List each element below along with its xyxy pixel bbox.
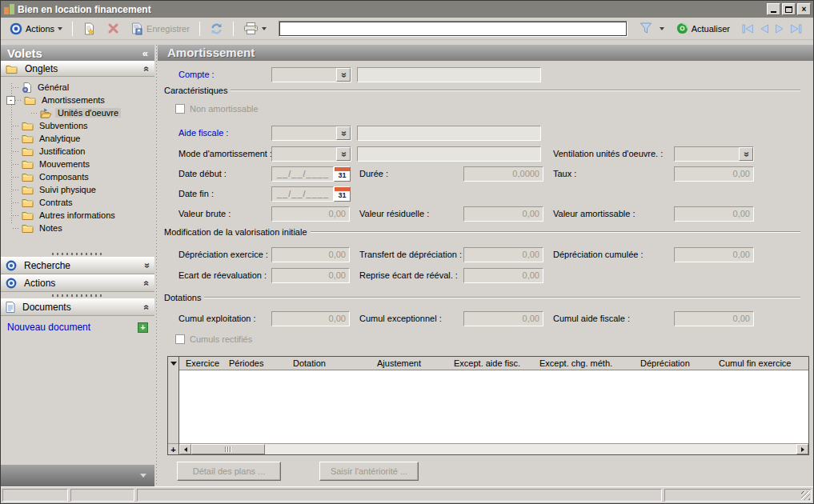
scrollbar-thumb[interactable] [191, 444, 265, 454]
table-corner-dropdown[interactable] [168, 357, 178, 370]
collapse-section-icon[interactable]: « [142, 281, 153, 286]
scroll-left-button[interactable] [179, 444, 191, 454]
tree-item-contrats[interactable]: Contrats [2, 196, 153, 209]
resize-grip-icon[interactable] [801, 491, 810, 500]
delete-record-button[interactable] [103, 20, 123, 37]
add-document-button[interactable]: + [138, 322, 148, 333]
depreciation-cumulee-field: 0,00 [674, 247, 754, 262]
tree-item-mouvements[interactable]: Mouvements [2, 158, 153, 170]
column-header-periodes[interactable]: Périodes [223, 357, 287, 370]
scrollbar-track[interactable] [265, 444, 796, 454]
cumuls-rectifies-checkbox[interactable] [175, 334, 185, 344]
cumul-exceptionnel-label: Cumul exceptionnel : [359, 311, 442, 326]
tree-item-label: Amortissements [39, 95, 107, 105]
titlebar[interactable]: Bien en location financement × [1, 1, 813, 18]
compte-label[interactable]: Compte : [178, 67, 215, 82]
aide-fiscale-description-field[interactable] [357, 126, 541, 141]
section-header-actions[interactable]: Actions « [1, 274, 154, 292]
table-body[interactable] [179, 370, 808, 443]
sidebar-header[interactable]: Volets « [1, 45, 154, 61]
sidebar-splitter[interactable] [1, 250, 154, 257]
tree-item-autres-informations[interactable]: Autres informations [2, 209, 153, 222]
column-header-cumul-fin-exercice[interactable]: Cumul fin exercice [712, 357, 808, 370]
filter-button[interactable] [636, 20, 656, 37]
tree-item-analytique[interactable]: Analytique [2, 132, 153, 145]
sidebar-splitter[interactable] [1, 292, 154, 298]
column-header-except-aide-fisc[interactable]: Except. aide fisc. [447, 357, 533, 370]
tree-item-general[interactable]: Général [2, 81, 153, 94]
next-record-icon[interactable] [775, 24, 784, 34]
non-amortissable-checkbox[interactable] [175, 104, 185, 114]
column-header-depreciation[interactable]: Dépréciation [634, 357, 712, 370]
tree-item-suivi-physique[interactable]: Suivi physique [2, 183, 153, 196]
tree-item-amortissements[interactable]: - Amortissements [2, 94, 153, 106]
sidebar-footer-bar[interactable] [1, 465, 154, 486]
actions-menu-button[interactable]: Actions [6, 20, 66, 38]
tree-stub [13, 190, 20, 190]
combo-drop-button[interactable]: « [336, 147, 351, 161]
valeur-residuelle-label: Valeur résiduelle : [359, 206, 429, 222]
tree-item-notes[interactable]: Notes [2, 222, 153, 234]
maximize-button[interactable] [782, 3, 796, 15]
tree-item-composants[interactable]: Composants [2, 170, 153, 183]
print-button[interactable] [239, 20, 271, 37]
tree-stub [13, 126, 20, 126]
new-record-button[interactable] [78, 20, 100, 38]
refresh-button[interactable]: Actualiser [672, 20, 734, 37]
document-icon [6, 302, 15, 313]
table-add-row-button[interactable]: + [168, 443, 178, 454]
tree-item-justification[interactable]: Justification [2, 145, 153, 158]
table-row-selector-column: + [168, 357, 179, 454]
app-icon [4, 4, 14, 14]
section-header-onglets[interactable]: Onglets « [1, 61, 154, 77]
compte-combo[interactable]: « [271, 67, 351, 82]
compte-description-field[interactable] [357, 67, 541, 82]
record-navigation [742, 24, 802, 34]
column-header-dotation[interactable]: Dotation [287, 357, 371, 370]
tree-collapse-expander[interactable]: - [6, 96, 15, 105]
tree-item-subventions[interactable]: Subventions [2, 119, 153, 132]
new-document-link[interactable]: Nouveau document [7, 322, 90, 333]
mode-amortissement-combo[interactable]: « [271, 146, 351, 162]
combo-drop-button[interactable]: « [336, 126, 351, 140]
sync-button[interactable] [206, 20, 227, 38]
section-header-recherche[interactable]: Recherche « [1, 257, 154, 274]
tree-item-unites-oeuvre[interactable]: Unités d'oeuvre [2, 106, 153, 119]
aide-fiscale-combo[interactable]: « [271, 126, 351, 141]
toolbar-separator [199, 22, 200, 36]
column-header-ajustement[interactable]: Ajustement [371, 357, 447, 370]
date-debut-calendar-button[interactable]: 31 [334, 166, 351, 182]
collapse-section-icon[interactable]: « [142, 305, 153, 310]
saisir-anteriorite-button[interactable]: Saisir l'antériorité ... [319, 462, 419, 481]
column-header-except-chg-meth[interactable]: Except. chg. méth. [533, 357, 634, 370]
scroll-right-button[interactable] [796, 444, 808, 454]
mode-amortissement-description-field[interactable] [357, 146, 541, 162]
last-record-icon[interactable] [790, 24, 802, 34]
date-fin-calendar-button[interactable]: 31 [334, 186, 351, 202]
aide-fiscale-label[interactable]: Aide fiscale : [178, 126, 228, 141]
combo-drop-button[interactable]: « [336, 68, 351, 82]
filter-chevron-down-icon[interactable] [660, 27, 664, 30]
new-document-row: Nouveau document + [1, 320, 154, 334]
mode-amortissement-label: Mode d'amortissement : [178, 146, 272, 162]
splitter-grip [52, 294, 103, 297]
date-debut-field[interactable]: __/__/____ [271, 166, 334, 182]
toolbar-separator [72, 22, 73, 36]
expand-section-icon[interactable]: « [142, 263, 153, 269]
section-header-documents[interactable]: Documents « [1, 298, 154, 316]
search-input[interactable] [279, 21, 628, 37]
detail-plans-button[interactable]: Détail des plans ... [177, 462, 281, 481]
save-button[interactable]: Enregistrer [126, 20, 194, 38]
close-button[interactable]: × [797, 3, 811, 15]
minimize-button[interactable] [767, 3, 780, 15]
first-record-icon[interactable] [742, 24, 754, 34]
column-header-exercice[interactable]: Exercice [179, 357, 223, 370]
previous-record-icon[interactable] [760, 24, 769, 34]
date-fin-field[interactable]: __/__/____ [271, 186, 334, 202]
collapse-section-icon[interactable]: « [142, 66, 153, 72]
cumul-aide-fiscale-label: Cumul aide fiscale : [553, 311, 630, 326]
combo-drop-button[interactable]: « [739, 147, 753, 161]
main-toolbar: Actions Enregistrer Actualiser [1, 18, 813, 40]
collapse-panel-icon[interactable]: « [142, 47, 148, 59]
ventilation-combo[interactable]: « [674, 146, 754, 162]
